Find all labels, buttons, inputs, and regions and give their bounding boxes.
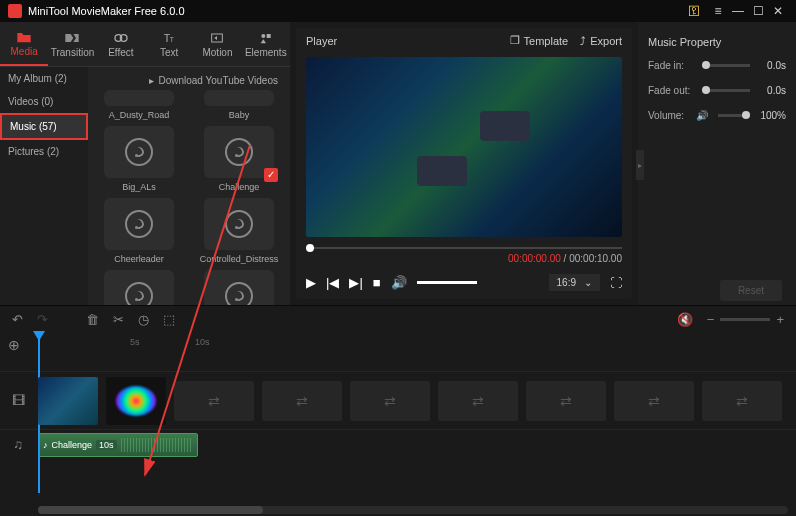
media-item[interactable]: Photo Album	[192, 270, 286, 305]
video-clip[interactable]	[38, 377, 98, 425]
titlebar: MiniTool MovieMaker Free 6.0.0 ⚿ ≡ — ☐ ✕	[0, 0, 796, 22]
crop-button[interactable]: ⬚	[163, 312, 175, 327]
transition-icon	[64, 31, 80, 45]
fade-out-slider[interactable]	[702, 89, 750, 92]
sidebar-item-myalbum[interactable]: My Album (2)	[0, 67, 88, 90]
waveform	[121, 438, 193, 452]
seek-bar[interactable]: 00:00:00.00 / 00:00:10.00	[306, 247, 622, 264]
fade-in-slider[interactable]	[702, 64, 750, 67]
app-title: MiniTool MovieMaker Free 6.0.0	[28, 5, 684, 17]
video-clip[interactable]	[106, 377, 166, 425]
music-note-icon	[125, 138, 153, 166]
note-icon: ♪	[43, 440, 48, 450]
menu-icon[interactable]: ≡	[708, 4, 728, 18]
tab-label: Media	[11, 46, 38, 57]
tab-media[interactable]: Media	[0, 22, 48, 66]
transition-slot[interactable]: ⇄	[438, 381, 518, 421]
fade-out-label: Fade out:	[648, 85, 696, 96]
media-item[interactable]: ✓Challenge	[192, 126, 286, 192]
fullscreen-button[interactable]: ⛶	[610, 276, 622, 290]
aspect-ratio-select[interactable]: 16:9⌄	[549, 274, 600, 291]
media-thumb	[204, 270, 274, 305]
media-label: A_Dusty_Road	[92, 110, 186, 120]
media-item[interactable]: Big_ALs	[92, 126, 186, 192]
audio-track-icon: ♫	[6, 437, 30, 452]
reset-button[interactable]: Reset	[720, 280, 782, 301]
preview-area[interactable]	[306, 57, 622, 237]
zoom-slider[interactable]	[720, 318, 770, 321]
minimize-button[interactable]: —	[728, 4, 748, 18]
mute-icon[interactable]: 🔇	[677, 312, 693, 327]
speaker-icon: 🔊	[696, 110, 708, 121]
audio-track: ♫ ♪ Challenge 10s	[0, 429, 796, 459]
transition-slot[interactable]: ⇄	[350, 381, 430, 421]
left-panel: Media Transition Effect TT Text Motion E…	[0, 22, 290, 305]
preview-content	[480, 111, 530, 141]
timeline-toolbar: ↶ ↷ 🗑 ✂ ◷ ⬚ 🔇 − +	[0, 305, 796, 333]
music-property-panel: Music Property Fade in: 0.0s Fade out: 0…	[638, 22, 796, 305]
time-current: 00:00:00.00	[508, 253, 561, 264]
media-thumb	[204, 90, 274, 106]
maximize-button[interactable]: ☐	[748, 4, 768, 18]
tab-transition[interactable]: Transition	[48, 22, 96, 66]
split-button[interactable]: ✂	[113, 312, 124, 327]
text-icon: TT	[161, 31, 177, 45]
tab-elements[interactable]: Elements	[242, 22, 290, 66]
template-icon: ❐	[510, 34, 520, 47]
next-button[interactable]: ▶|	[349, 275, 362, 290]
svg-rect-6	[266, 34, 270, 38]
export-icon: ⤴	[580, 35, 586, 47]
template-button[interactable]: ❐Template	[510, 34, 569, 47]
transition-slot[interactable]: ⇄	[614, 381, 694, 421]
volume-slider[interactable]	[417, 281, 477, 284]
timeline-ruler[interactable]: ⊕ 5s 10s	[0, 333, 796, 357]
timeline-scrollbar[interactable]	[38, 506, 788, 514]
tab-text[interactable]: TT Text	[145, 22, 193, 66]
transition-slot[interactable]: ⇄	[526, 381, 606, 421]
tab-label: Effect	[108, 47, 133, 58]
zoom-in-button[interactable]: +	[776, 312, 784, 327]
zoom-out-button[interactable]: −	[707, 312, 715, 327]
tab-motion[interactable]: Motion	[193, 22, 241, 66]
media-label: Baby	[192, 110, 286, 120]
media-label: Cheerleader	[92, 254, 186, 264]
sidebar-item-music[interactable]: Music (57)	[0, 113, 88, 140]
volume-prop-slider[interactable]	[718, 114, 750, 117]
close-button[interactable]: ✕	[768, 4, 788, 18]
prev-button[interactable]: |◀	[326, 275, 339, 290]
youtube-icon: ▸	[149, 75, 154, 86]
media-item[interactable]: Our Love Story	[92, 270, 186, 305]
audio-clip-duration: 10s	[96, 440, 117, 450]
download-youtube-link[interactable]: ▸ Download YouTube Videos	[92, 71, 286, 90]
speed-button[interactable]: ◷	[138, 312, 149, 327]
panel-expand-handle[interactable]: ▸	[636, 150, 644, 180]
media-item[interactable]: Controlled_Distress	[192, 198, 286, 264]
delete-button[interactable]: 🗑	[86, 312, 99, 327]
add-track-button[interactable]: ⊕	[8, 337, 20, 353]
video-track: 🎞 ⇄ ⇄ ⇄ ⇄ ⇄ ⇄ ⇄	[0, 371, 796, 429]
key-icon[interactable]: ⚿	[684, 4, 704, 18]
tab-effect[interactable]: Effect	[97, 22, 145, 66]
sidebar-item-videos[interactable]: Videos (0)	[0, 90, 88, 113]
transition-slot[interactable]: ⇄	[174, 381, 254, 421]
volume-icon[interactable]: 🔊	[391, 275, 407, 290]
play-button[interactable]: ▶	[306, 275, 316, 290]
export-button[interactable]: ⤴Export	[580, 35, 622, 47]
music-note-icon	[125, 282, 153, 305]
media-thumb	[104, 126, 174, 178]
media-grid: ▸ Download YouTube Videos A_Dusty_RoadBa…	[88, 67, 290, 305]
transition-slot[interactable]: ⇄	[702, 381, 782, 421]
media-thumb: ✓	[204, 126, 274, 178]
undo-button[interactable]: ↶	[12, 312, 23, 327]
media-item[interactable]: Cheerleader	[92, 198, 186, 264]
media-item[interactable]: Baby	[192, 90, 286, 120]
check-icon: ✓	[264, 168, 278, 182]
stop-button[interactable]: ■	[373, 275, 381, 290]
audio-clip[interactable]: ♪ Challenge 10s	[38, 433, 198, 457]
transition-slot[interactable]: ⇄	[262, 381, 342, 421]
tab-label: Elements	[245, 47, 287, 58]
sidebar-item-pictures[interactable]: Pictures (2)	[0, 140, 88, 163]
media-thumb	[204, 198, 274, 250]
media-item[interactable]: A_Dusty_Road	[92, 90, 186, 120]
redo-button[interactable]: ↷	[37, 312, 48, 327]
